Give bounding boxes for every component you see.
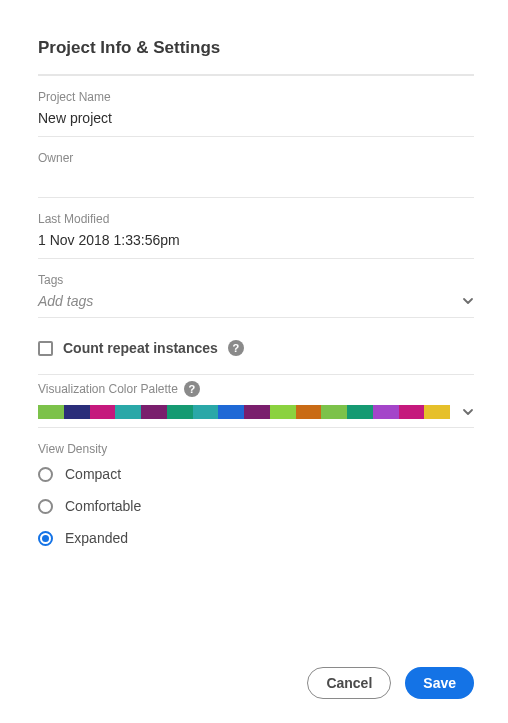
help-icon[interactable]: ?	[184, 381, 200, 397]
palette-swatch	[373, 405, 399, 419]
palette-swatch	[64, 405, 90, 419]
last-modified-value: 1 Nov 2018 1:33:56pm	[38, 232, 474, 250]
palette-swatch	[244, 405, 270, 419]
palette-swatch	[270, 405, 296, 419]
radio-button[interactable]	[38, 531, 53, 546]
cancel-button[interactable]: Cancel	[307, 667, 391, 699]
view-density-option-comfortable[interactable]: Comfortable	[38, 498, 474, 514]
view-density-group: CompactComfortableExpanded	[38, 466, 474, 546]
header-divider	[38, 74, 474, 76]
chevron-down-icon	[462, 295, 474, 307]
divider	[38, 197, 474, 198]
view-density-option-expanded[interactable]: Expanded	[38, 530, 474, 546]
view-density-option-compact[interactable]: Compact	[38, 466, 474, 482]
tags-placeholder: Add tags	[38, 293, 93, 309]
count-repeat-row[interactable]: Count repeat instances ?	[38, 340, 474, 356]
color-palette-select[interactable]	[38, 405, 450, 419]
owner-label: Owner	[38, 151, 474, 165]
palette-label: Visualization Color Palette ?	[38, 381, 474, 397]
palette-swatch	[141, 405, 167, 419]
palette-swatch	[347, 405, 373, 419]
page-title: Project Info & Settings	[38, 38, 474, 58]
dialog-footer: Cancel Save	[307, 667, 474, 699]
divider	[38, 136, 474, 137]
count-repeat-checkbox[interactable]	[38, 341, 53, 356]
field-owner: Owner	[38, 151, 474, 198]
count-repeat-label: Count repeat instances	[63, 340, 218, 356]
radio-button[interactable]	[38, 467, 53, 482]
radio-label: Expanded	[65, 530, 128, 546]
project-name-input[interactable]: New project	[38, 110, 474, 128]
palette-swatch	[193, 405, 219, 419]
help-icon[interactable]: ?	[228, 340, 244, 356]
palette-swatch	[38, 405, 64, 419]
tags-label: Tags	[38, 273, 474, 287]
field-project-name: Project Name New project	[38, 90, 474, 137]
radio-button[interactable]	[38, 499, 53, 514]
palette-swatch	[424, 405, 450, 419]
view-density-label: View Density	[38, 442, 474, 456]
divider	[38, 317, 474, 318]
project-name-label: Project Name	[38, 90, 474, 104]
owner-value	[38, 171, 474, 189]
palette-swatch	[218, 405, 244, 419]
palette-swatch	[321, 405, 347, 419]
last-modified-label: Last Modified	[38, 212, 474, 226]
field-palette: Visualization Color Palette ?	[38, 381, 474, 428]
save-button[interactable]: Save	[405, 667, 474, 699]
chevron-down-icon[interactable]	[462, 406, 474, 418]
field-last-modified: Last Modified 1 Nov 2018 1:33:56pm	[38, 212, 474, 259]
field-view-density: View Density CompactComfortableExpanded	[38, 442, 474, 546]
palette-swatch	[90, 405, 116, 419]
palette-swatch	[296, 405, 322, 419]
field-tags: Tags Add tags	[38, 273, 474, 318]
palette-swatch	[115, 405, 141, 419]
palette-swatch	[167, 405, 193, 419]
radio-label: Compact	[65, 466, 121, 482]
radio-label: Comfortable	[65, 498, 141, 514]
divider	[38, 427, 474, 428]
tags-input[interactable]: Add tags	[38, 293, 474, 309]
divider	[38, 374, 474, 375]
palette-swatch	[399, 405, 425, 419]
divider	[38, 258, 474, 259]
